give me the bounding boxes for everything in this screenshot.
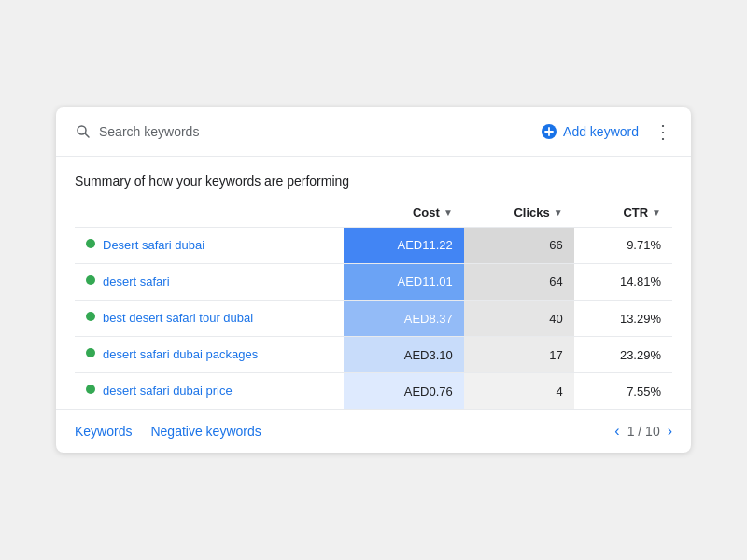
search-icon	[75, 123, 92, 140]
keyword-link[interactable]: desert safari	[103, 273, 170, 290]
col-header-cost[interactable]: Cost ▼	[344, 198, 464, 228]
status-dot	[86, 348, 95, 357]
header: Search keywords Add keyword ⋮	[56, 107, 691, 157]
keyword-cell: best desert safari tour dubai	[75, 300, 344, 336]
status-dot	[86, 239, 95, 248]
keyword-link[interactable]: desert safari dubai packages	[103, 346, 258, 363]
plus-circle-icon	[541, 123, 557, 140]
search-area: Search keywords	[75, 123, 199, 140]
keyword-cell: Desert safari dubai	[75, 227, 344, 263]
status-dot	[86, 275, 95, 285]
keyword-link[interactable]: best desert safari tour dubai	[103, 310, 253, 327]
ctr-sort-icon: ▼	[652, 207, 661, 217]
keyword-link[interactable]: desert safari dubai price	[103, 383, 233, 399]
col-header-clicks[interactable]: Clicks ▼	[464, 198, 574, 228]
clicks-cell: 40	[464, 300, 574, 336]
status-dot	[86, 385, 95, 394]
keyword-cell: desert safari	[75, 263, 344, 300]
cost-cell: AED0.76	[344, 373, 464, 410]
table-header-row: Cost ▼ Clicks ▼ CTR ▼	[75, 198, 672, 228]
ctr-cell: 23.29%	[574, 337, 672, 373]
pagination: ‹ 1 / 10 ›	[614, 423, 672, 440]
clicks-cell: 66	[464, 227, 574, 263]
search-label: Search keywords	[99, 124, 199, 139]
cost-cell: AED11.22	[344, 227, 464, 263]
table-row: desert safari AED11.016414.81%	[75, 263, 672, 300]
table-row: desert safari dubai packages AED3.101723…	[75, 337, 672, 373]
cost-cell: AED3.10	[344, 337, 464, 373]
keyword-link[interactable]: Desert safari dubai	[103, 237, 204, 254]
svg-point-0	[78, 126, 86, 134]
main-card: Search keywords Add keyword ⋮ Summary of…	[56, 107, 691, 454]
clicks-cell: 17	[464, 337, 574, 373]
summary-title: Summary of how your keywords are perform…	[56, 157, 691, 198]
ctr-cell: 7.55%	[574, 373, 672, 410]
keyword-cell: desert safari dubai price	[75, 373, 344, 410]
ctr-cell: 14.81%	[574, 263, 672, 300]
cost-sort-icon: ▼	[444, 207, 453, 217]
keywords-table: Cost ▼ Clicks ▼ CTR ▼	[75, 198, 672, 410]
cost-cell: AED8.37	[344, 300, 464, 336]
clicks-cell: 4	[464, 373, 574, 410]
col-header-ctr[interactable]: CTR ▼	[574, 198, 672, 228]
footer: Keywords Negative keywords ‹ 1 / 10 ›	[56, 409, 691, 453]
footer-tabs: Keywords Negative keywords	[75, 424, 261, 439]
cost-cell: AED11.01	[344, 263, 464, 300]
pagination-prev-icon[interactable]: ‹	[614, 423, 619, 440]
status-dot	[86, 312, 95, 321]
clicks-cell: 64	[464, 263, 574, 300]
table-row: best desert safari tour dubai AED8.37401…	[75, 300, 672, 336]
keywords-table-wrapper: Cost ▼ Clicks ▼ CTR ▼	[56, 198, 691, 410]
svg-line-1	[85, 133, 89, 137]
header-actions: Add keyword ⋮	[541, 120, 672, 143]
add-keyword-button[interactable]: Add keyword	[541, 123, 639, 140]
pagination-next-icon[interactable]: ›	[668, 423, 672, 440]
pagination-info: 1 / 10	[627, 424, 660, 439]
ctr-cell: 13.29%	[574, 300, 672, 336]
clicks-sort-icon: ▼	[554, 207, 563, 217]
col-header-keyword	[75, 198, 344, 228]
table-row: desert safari dubai price AED0.7647.55%	[75, 373, 672, 410]
table-row: Desert safari dubai AED11.22669.71%	[75, 227, 672, 263]
more-options-icon[interactable]: ⋮	[654, 120, 672, 143]
keyword-cell: desert safari dubai packages	[75, 337, 344, 373]
tab-negative-keywords[interactable]: Negative keywords	[150, 424, 261, 439]
ctr-cell: 9.71%	[574, 227, 672, 263]
tab-keywords[interactable]: Keywords	[75, 424, 132, 439]
